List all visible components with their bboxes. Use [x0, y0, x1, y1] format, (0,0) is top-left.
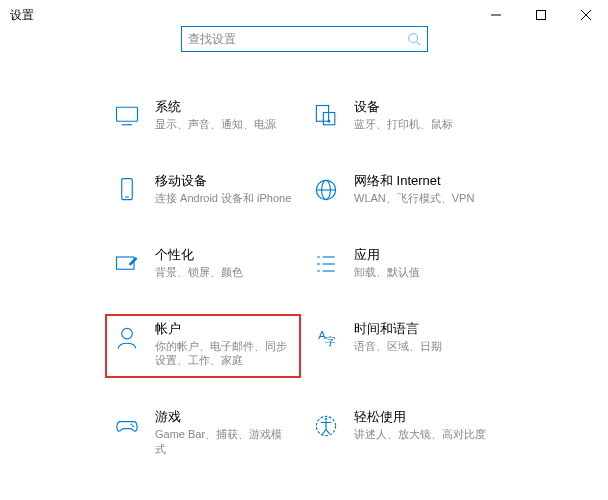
item-desc: 蓝牙、打印机、鼠标	[354, 117, 492, 132]
personalization-icon	[113, 250, 141, 278]
window-title: 设置	[10, 7, 34, 24]
item-texts: 应用 卸载、默认值	[354, 246, 492, 280]
item-ease-of-access[interactable]: 轻松使用 讲述人、放大镜、高对比度	[304, 402, 500, 467]
window-controls	[473, 0, 608, 30]
item-desc: 显示、声音、通知、电源	[155, 117, 293, 132]
svg-rect-6	[117, 107, 138, 121]
search-icon	[407, 32, 421, 46]
minimize-button[interactable]	[473, 0, 518, 30]
item-desc: 背景、锁屏、颜色	[155, 265, 293, 280]
item-desc: 讲述人、放大镜、高对比度	[354, 427, 492, 442]
search-box[interactable]	[181, 26, 428, 52]
maximize-button[interactable]	[518, 0, 563, 30]
search-input[interactable]	[188, 32, 407, 46]
system-icon	[113, 102, 141, 130]
gaming-icon	[113, 412, 141, 440]
item-label: 移动设备	[155, 172, 293, 190]
item-desc: 你的帐户、电子邮件、同步设置、工作、家庭	[155, 339, 293, 369]
apps-icon	[312, 250, 340, 278]
item-phone[interactable]: 移动设备 连接 Android 设备和 iPhone	[105, 166, 301, 216]
item-label: 网络和 Internet	[354, 172, 492, 190]
item-desc: 连接 Android 设备和 iPhone	[155, 191, 293, 206]
user-icon	[113, 324, 141, 352]
close-button[interactable]	[563, 0, 608, 30]
item-time-language[interactable]: A字 时间和语言 语音、区域、日期	[304, 314, 500, 379]
item-label: 设备	[354, 98, 492, 116]
item-desc: WLAN、飞行模式、VPN	[354, 191, 492, 206]
item-desc: 语音、区域、日期	[354, 339, 492, 354]
item-texts: 时间和语言 语音、区域、日期	[354, 320, 492, 354]
svg-point-26	[131, 424, 133, 426]
item-label: 个性化	[155, 246, 293, 264]
settings-grid: 系统 显示、声音、通知、电源 设备 蓝牙、打印机、鼠标 移动设备 连接 Andr…	[0, 92, 608, 467]
item-label: 系统	[155, 98, 293, 116]
phone-icon	[113, 176, 141, 204]
item-label: 应用	[354, 246, 492, 264]
item-texts: 个性化 背景、锁屏、颜色	[155, 246, 293, 280]
item-texts: 设备 蓝牙、打印机、鼠标	[354, 98, 492, 132]
item-texts: 游戏 Game Bar、捕获、游戏模式	[155, 408, 293, 457]
item-personalization[interactable]: 个性化 背景、锁屏、颜色	[105, 240, 301, 290]
svg-point-29	[325, 418, 327, 420]
svg-point-23	[122, 328, 133, 339]
item-texts: 轻松使用 讲述人、放大镜、高对比度	[354, 408, 492, 442]
globe-icon	[312, 176, 340, 204]
item-label: 帐户	[155, 320, 293, 338]
item-label: 游戏	[155, 408, 293, 426]
time-language-icon: A字	[312, 324, 340, 352]
svg-point-27	[132, 425, 134, 427]
item-accounts[interactable]: 帐户 你的帐户、电子邮件、同步设置、工作、家庭	[105, 314, 301, 379]
item-label: 时间和语言	[354, 320, 492, 338]
svg-line-5	[416, 42, 420, 46]
item-texts: 网络和 Internet WLAN、飞行模式、VPN	[354, 172, 492, 206]
item-system[interactable]: 系统 显示、声音、通知、电源	[105, 92, 301, 142]
item-desc: 卸载、默认值	[354, 265, 492, 280]
item-desc: Game Bar、捕获、游戏模式	[155, 427, 293, 457]
svg-rect-1	[536, 11, 545, 20]
devices-icon	[312, 102, 340, 130]
svg-point-4	[408, 34, 417, 43]
item-texts: 系统 显示、声音、通知、电源	[155, 98, 293, 132]
svg-text:字: 字	[325, 335, 336, 347]
item-texts: 帐户 你的帐户、电子邮件、同步设置、工作、家庭	[155, 320, 293, 369]
item-gaming[interactable]: 游戏 Game Bar、捕获、游戏模式	[105, 402, 301, 467]
item-label: 轻松使用	[354, 408, 492, 426]
item-network[interactable]: 网络和 Internet WLAN、飞行模式、VPN	[304, 166, 500, 216]
item-devices[interactable]: 设备 蓝牙、打印机、鼠标	[304, 92, 500, 142]
ease-of-access-icon	[312, 412, 340, 440]
item-texts: 移动设备 连接 Android 设备和 iPhone	[155, 172, 293, 206]
item-apps[interactable]: 应用 卸载、默认值	[304, 240, 500, 290]
svg-rect-8	[316, 106, 328, 122]
